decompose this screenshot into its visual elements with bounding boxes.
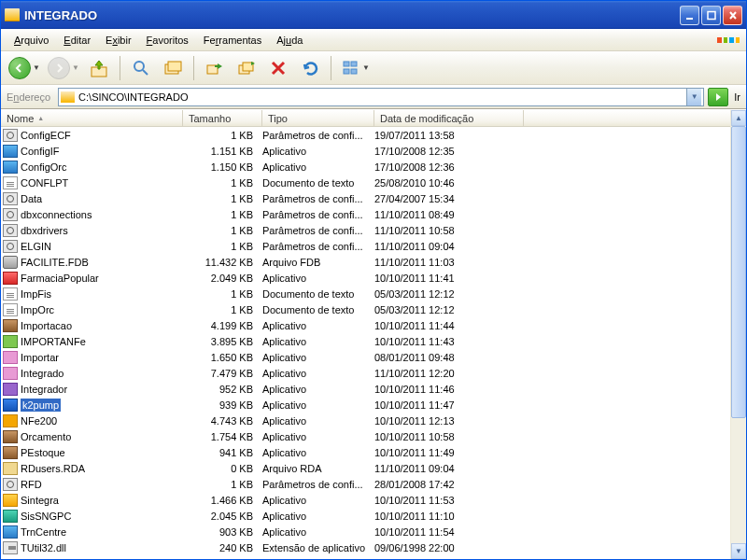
folder-icon bbox=[5, 8, 20, 21]
scroll-up-button[interactable]: ▲ bbox=[731, 110, 746, 126]
file-name: ELGIN bbox=[21, 241, 51, 252]
file-row[interactable]: CONFLPT1 KBDocumento de texto25/08/2010 … bbox=[1, 175, 730, 190]
menu-editar[interactable]: Editar bbox=[56, 32, 98, 49]
file-name: SisSNGPC bbox=[21, 511, 71, 522]
file-row[interactable]: RFD1 KBParâmetros de confi...28/01/2008 … bbox=[1, 476, 730, 492]
file-icon bbox=[3, 335, 18, 348]
file-row[interactable]: IMPORTANFe3.895 KBAplicativo10/10/2011 1… bbox=[1, 333, 730, 349]
file-row[interactable]: NFe2004.743 KBAplicativo10/10/2011 12:13 bbox=[1, 413, 730, 428]
file-row[interactable]: Orcamento1.754 KBAplicativo10/10/2011 10… bbox=[1, 428, 730, 444]
file-row[interactable]: RDusers.RDA0 KBArquivo RDA11/10/2011 09:… bbox=[1, 460, 730, 476]
address-field[interactable]: C:\SINCO\INTEGRADO ▼ bbox=[58, 88, 704, 106]
go-button[interactable] bbox=[708, 88, 728, 106]
file-type: Aplicativo bbox=[262, 447, 374, 458]
move-to-button[interactable] bbox=[201, 54, 229, 82]
header-name[interactable]: Nome▲ bbox=[1, 110, 183, 126]
minimize-button[interactable] bbox=[680, 6, 699, 25]
file-type: Aplicativo bbox=[262, 273, 374, 284]
address-dropdown-button[interactable]: ▼ bbox=[686, 89, 701, 105]
scroll-track[interactable] bbox=[731, 126, 746, 543]
file-row[interactable]: TrnCentre903 KBAplicativo10/10/2011 11:5… bbox=[1, 524, 730, 539]
window-title: INTEGRADO bbox=[24, 8, 680, 22]
file-row[interactable]: TUtil32.dll240 KBExtensão de aplicativo0… bbox=[1, 539, 730, 555]
undo-button[interactable] bbox=[296, 54, 324, 82]
forward-button[interactable]: ▼ bbox=[46, 54, 81, 82]
file-name: ImpOrc bbox=[21, 304, 54, 315]
svg-rect-10 bbox=[344, 62, 349, 66]
file-row[interactable]: ConfigOrc1.150 KBAplicativo17/10/2008 12… bbox=[1, 159, 730, 175]
file-type: Aplicativo bbox=[262, 511, 374, 522]
maximize-button[interactable] bbox=[701, 6, 721, 25]
up-button[interactable] bbox=[85, 54, 113, 82]
menu-favoritos[interactable]: Favoritos bbox=[139, 32, 196, 49]
folders-button[interactable] bbox=[159, 54, 187, 82]
views-button[interactable]: ▼ bbox=[338, 54, 374, 82]
menu-ajuda[interactable]: Ajuda bbox=[269, 32, 310, 49]
scroll-thumb[interactable] bbox=[731, 126, 746, 418]
file-row[interactable]: ConfigECF1 KBParâmetros de confi...19/07… bbox=[1, 127, 730, 143]
file-row[interactable]: Importacao4.199 KBAplicativo10/10/2011 1… bbox=[1, 317, 730, 333]
file-modified: 10/10/2011 11:43 bbox=[374, 336, 524, 347]
file-icon bbox=[3, 319, 18, 332]
titlebar[interactable]: INTEGRADO bbox=[1, 1, 746, 29]
header-modified[interactable]: Data de modificação bbox=[374, 110, 524, 126]
file-row[interactable]: k2pump939 KBAplicativo10/10/2011 11:47 bbox=[1, 397, 730, 413]
search-button[interactable] bbox=[127, 54, 155, 82]
file-row[interactable]: PEstoque941 KBAplicativo10/10/2011 11:49 bbox=[1, 444, 730, 460]
explorer-window: INTEGRADO Arquivo Editar Exibir Favorito… bbox=[0, 0, 747, 560]
file-type: Aplicativo bbox=[262, 320, 374, 331]
file-row[interactable]: ELGIN1 KBParâmetros de confi...11/10/201… bbox=[1, 238, 730, 254]
back-button[interactable]: ▼ bbox=[7, 54, 42, 82]
file-type: Parâmetros de confi... bbox=[262, 241, 374, 252]
file-modified: 10/10/2011 11:46 bbox=[374, 384, 524, 395]
file-modified: 25/08/2010 10:46 bbox=[374, 177, 524, 189]
file-row[interactable]: ImpFis1 KBDocumento de texto05/03/2011 1… bbox=[1, 286, 730, 301]
file-row[interactable]: ImpOrc1 KBDocumento de texto05/03/2011 1… bbox=[1, 301, 730, 317]
file-type: Extensão de aplicativo bbox=[262, 542, 374, 553]
file-row[interactable]: Data1 KBParâmetros de confi...27/04/2007… bbox=[1, 190, 730, 206]
file-modified: 11/10/2011 08:49 bbox=[374, 209, 524, 220]
header-size[interactable]: Tamanho bbox=[183, 110, 262, 126]
file-size: 7.479 KB bbox=[183, 368, 262, 379]
file-size: 1.150 KB bbox=[183, 161, 262, 173]
file-size: 2.049 KB bbox=[183, 273, 262, 284]
menu-arquivo[interactable]: Arquivo bbox=[7, 32, 56, 49]
copy-to-button[interactable] bbox=[233, 54, 261, 82]
header-type[interactable]: Tipo bbox=[262, 110, 374, 126]
file-row[interactable]: Importar1.650 KBAplicativo08/01/2011 09:… bbox=[1, 349, 730, 365]
file-size: 11.432 KB bbox=[183, 257, 262, 268]
file-name: CONFLPT bbox=[21, 177, 68, 189]
file-name: Importacao bbox=[21, 320, 72, 331]
file-row[interactable]: FACILITE.FDB11.432 KBArquivo FDB11/10/20… bbox=[1, 254, 730, 270]
file-icon bbox=[3, 272, 18, 285]
file-row[interactable]: FarmaciaPopular2.049 KBAplicativo10/10/2… bbox=[1, 270, 730, 286]
close-button[interactable] bbox=[723, 6, 742, 25]
delete-button[interactable] bbox=[264, 54, 292, 82]
file-row[interactable]: ConfigIF1.151 KBAplicativo17/10/2008 12:… bbox=[1, 143, 730, 159]
svg-rect-1 bbox=[708, 11, 715, 19]
vertical-scrollbar[interactable]: ▲ ▼ bbox=[730, 110, 746, 559]
scroll-down-button[interactable]: ▼ bbox=[731, 543, 746, 559]
file-size: 1 KB bbox=[183, 225, 262, 236]
file-row[interactable]: SisSNGPC2.045 KBAplicativo10/10/2011 11:… bbox=[1, 508, 730, 524]
file-size: 1 KB bbox=[183, 479, 262, 490]
file-row[interactable]: Sintegra1.466 KBAplicativo10/10/2011 11:… bbox=[1, 492, 730, 508]
file-name: Integrador bbox=[21, 384, 67, 395]
file-row[interactable]: Integrador952 KBAplicativo10/10/2011 11:… bbox=[1, 381, 730, 397]
file-size: 1 KB bbox=[183, 304, 262, 315]
file-size: 941 KB bbox=[183, 447, 262, 458]
go-label: Ir bbox=[734, 91, 740, 103]
file-name: Importar bbox=[21, 352, 59, 363]
file-size: 0 KB bbox=[183, 463, 262, 474]
file-type: Aplicativo bbox=[262, 336, 374, 347]
menu-ferramentas[interactable]: Ferramentas bbox=[196, 32, 269, 49]
file-row[interactable]: dbxdrivers1 KBParâmetros de confi...11/1… bbox=[1, 222, 730, 238]
file-row[interactable]: dbxconnections1 KBParâmetros de confi...… bbox=[1, 206, 730, 222]
menu-exibir[interactable]: Exibir bbox=[98, 32, 139, 49]
file-icon bbox=[3, 351, 18, 364]
file-name: Data bbox=[21, 193, 42, 204]
file-size: 1 KB bbox=[183, 193, 262, 204]
file-name: Orcamento bbox=[21, 431, 71, 442]
file-row[interactable]: Integrado7.479 KBAplicativo11/10/2011 12… bbox=[1, 365, 730, 381]
file-icon bbox=[3, 462, 18, 475]
